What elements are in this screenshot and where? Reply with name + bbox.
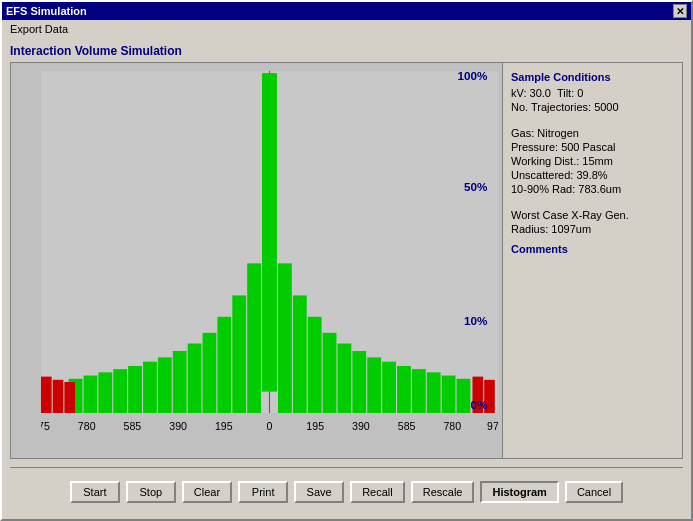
svg-text:975: 975 [41, 420, 50, 432]
gas-line: Gas: Nitrogen [511, 127, 674, 139]
sample-conditions-title: Sample Conditions [511, 71, 674, 83]
svg-rect-20 [338, 344, 352, 413]
menu-export-data[interactable]: Export Data [6, 22, 72, 36]
histogram-svg: 100% 50% 10% 0% 975 780 585 390 195 0 19… [41, 71, 498, 434]
svg-rect-22 [367, 357, 381, 413]
svg-text:0%: 0% [470, 398, 487, 411]
start-button[interactable]: Start [70, 481, 120, 503]
svg-rect-31 [64, 382, 75, 413]
kv-value: kV: 30.0 [511, 87, 551, 99]
svg-text:195: 195 [215, 420, 233, 432]
svg-rect-23 [382, 362, 396, 413]
main-content: Interaction Volume Simulation [2, 38, 691, 521]
svg-text:975: 975 [487, 420, 498, 432]
svg-text:780: 780 [443, 420, 461, 432]
svg-rect-4 [232, 295, 246, 413]
title-bar: EFS Simulation ✕ [2, 2, 691, 20]
svg-rect-8 [173, 351, 187, 413]
clear-button[interactable]: Clear [182, 481, 232, 503]
worst-case-line: Worst Case X-Ray Gen. [511, 209, 674, 221]
svg-rect-16 [278, 263, 292, 413]
window-title: EFS Simulation [6, 5, 87, 17]
svg-rect-25 [412, 369, 426, 413]
menu-bar: Export Data [2, 20, 691, 38]
tilt-value: Tilt: 0 [557, 87, 584, 99]
svg-rect-6 [203, 333, 217, 413]
comments-title: Comments [511, 243, 674, 255]
svg-rect-13 [98, 372, 112, 413]
svg-rect-7 [188, 344, 202, 413]
main-window: EFS Simulation ✕ Export Data Interaction… [0, 0, 693, 521]
svg-rect-30 [53, 380, 64, 413]
svg-rect-5 [217, 317, 231, 413]
conditions-panel: Sample Conditions kV: 30.0 Tilt: 0 No. T… [502, 63, 682, 458]
save-button[interactable]: Save [294, 481, 344, 503]
chart-area: 100% 50% 10% 0% 975 780 585 390 195 0 19… [10, 62, 683, 459]
svg-rect-11 [128, 366, 142, 413]
svg-text:0: 0 [267, 420, 273, 432]
histogram-panel: 100% 50% 10% 0% 975 780 585 390 195 0 19… [11, 63, 502, 458]
svg-rect-10 [143, 362, 157, 413]
print-button[interactable]: Print [238, 481, 288, 503]
svg-text:390: 390 [169, 420, 187, 432]
svg-rect-17 [293, 295, 307, 413]
rad-line: 10-90% Rad: 783.6um [511, 183, 674, 195]
bottom-toolbar: Start Stop Clear Print Save Recall Resca… [10, 467, 683, 515]
svg-rect-9 [158, 357, 172, 413]
svg-rect-27 [442, 376, 456, 413]
histogram-button[interactable]: Histogram [480, 481, 558, 503]
trajectories-line: No. Trajectories: 5000 [511, 101, 674, 113]
svg-rect-19 [323, 333, 337, 413]
svg-rect-26 [427, 372, 441, 413]
svg-text:390: 390 [352, 420, 370, 432]
svg-rect-2 [262, 73, 277, 391]
radius-line: Radius: 1097um [511, 223, 674, 235]
svg-text:780: 780 [78, 420, 96, 432]
close-button[interactable]: ✕ [673, 4, 687, 18]
svg-text:100%: 100% [457, 71, 487, 82]
section-title: Interaction Volume Simulation [10, 44, 683, 58]
svg-rect-29 [41, 377, 52, 413]
svg-text:585: 585 [398, 420, 416, 432]
svg-text:50%: 50% [464, 180, 488, 193]
svg-rect-18 [308, 317, 322, 413]
svg-rect-3 [247, 263, 261, 413]
svg-rect-28 [457, 379, 471, 413]
pressure-line: Pressure: 500 Pascal [511, 141, 674, 153]
svg-text:195: 195 [306, 420, 324, 432]
svg-rect-24 [397, 366, 411, 413]
stop-button[interactable]: Stop [126, 481, 176, 503]
rescale-button[interactable]: Rescale [411, 481, 475, 503]
svg-text:585: 585 [124, 420, 142, 432]
svg-rect-14 [84, 376, 98, 413]
svg-rect-21 [352, 351, 366, 413]
cancel-button[interactable]: Cancel [565, 481, 623, 503]
working-dist-line: Working Dist.: 15mm [511, 155, 674, 167]
svg-rect-12 [113, 369, 127, 413]
unscattered-line: Unscattered: 39.8% [511, 169, 674, 181]
svg-text:10%: 10% [464, 314, 488, 327]
kv-line: kV: 30.0 Tilt: 0 [511, 87, 674, 99]
recall-button[interactable]: Recall [350, 481, 405, 503]
